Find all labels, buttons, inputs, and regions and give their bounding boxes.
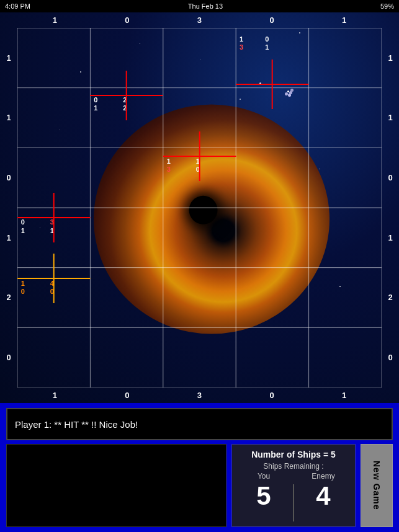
red-cross-1 [236,78,308,81]
ships-title: Number of Ships = 5 [251,450,336,459]
grid-lines [17,28,382,388]
enemy-label: Enemy [312,472,334,481]
black-box [6,444,226,527]
cell-r0c3: 13 [240,35,243,51]
ships-columns: You 5 Enemy 4 [237,472,350,521]
message-bar: Player 1: ** HIT ** !! Nice Job! [6,408,393,440]
ships-panel: Number of Ships = 5 Ships Remaining : Yo… [231,444,356,527]
red-cross-3 [163,150,236,153]
message-text: Player 1: ** HIT ** !! Nice Job! [15,419,138,430]
red-cross-5 [17,272,90,275]
cell-r0c3-right: 01 [265,35,269,51]
new-game-label: New Game [372,461,382,510]
left-axis: 1 1 0 1 2 0 [3,28,14,388]
info-row: Number of Ships = 5 Ships Remaining : Yo… [0,444,399,532]
red-cross-2 [90,89,163,92]
you-column: You 5 [237,472,290,509]
bottom-panel: Player 1: ** HIT ** !! Nice Job! Number … [0,403,399,532]
enemy-column: Enemy 4 [297,472,350,509]
grid-overlay[interactable]: 13 01 01 22 13 [17,28,382,388]
ships-remaining-label: Ships Remaining : [263,462,323,471]
enemy-count: 4 [316,483,330,509]
you-count: 5 [256,483,271,509]
red-cross-4 [17,211,90,214]
ships-divider [293,484,294,521]
bottom-axis: 1 0 3 0 1 [19,391,380,400]
you-label: You [258,472,270,481]
right-axis: 1 1 0 1 2 0 [385,28,396,388]
date-display: Thu Feb 13 [188,2,223,10]
top-axis: 1 0 3 0 1 [19,16,380,25]
new-game-button[interactable]: New Game [361,444,393,527]
time-display: 4:09 PM [5,2,30,10]
status-bar: 4:09 PM Thu Feb 13 59% [0,0,399,12]
battery-display: 59% [380,2,394,10]
game-area: 1 0 3 0 1 1 0 3 0 1 1 1 0 1 2 0 1 1 0 1 … [0,12,399,403]
